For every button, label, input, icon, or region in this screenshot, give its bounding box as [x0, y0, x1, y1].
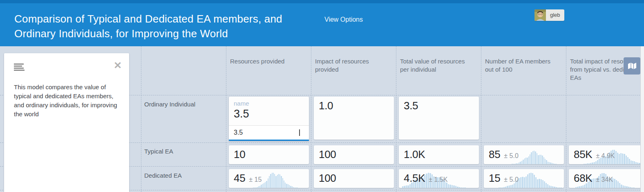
grid-vline [226, 46, 226, 192]
column-header-impact-of-resources[interactable]: Impact of resources provided [315, 57, 388, 74]
metric-value: 10 [234, 148, 245, 161]
metric-error: ± 4.9K [596, 152, 615, 160]
grid-vline [481, 46, 481, 192]
metric-cell-editing[interactable]: 3.5 [229, 97, 309, 141]
metric-value-display: 3.5 [229, 107, 309, 120]
metric-error: ± 1.5K [429, 176, 447, 183]
metric-value: 4.5K [404, 172, 425, 185]
user-chip[interactable]: gleb [534, 9, 564, 21]
metric-value: 45 [234, 172, 245, 185]
app-header: Comparison of Typical and Dedicated EA m… [0, 0, 644, 46]
column-header-number-of-ea-members[interactable]: Number of EA members out of 100 [485, 57, 558, 74]
grid-vline [141, 46, 141, 192]
user-avatar [534, 9, 546, 21]
metric-cell-typical-members[interactable]: 85± 5.0 [484, 145, 564, 164]
metric-value: 1.0K [404, 148, 425, 161]
vertical-scrollbar[interactable] [640, 46, 644, 192]
close-icon[interactable]: ✕ [114, 61, 122, 70]
text-caret [299, 129, 300, 136]
header-top-strip [0, 0, 644, 3]
metric-cell-ordinary-impact[interactable]: 1.0 [314, 97, 394, 140]
metric-cell-dedicated-total-value[interactable]: 4.5K± 1.5K [399, 169, 479, 188]
metric-value: 85K [574, 148, 592, 161]
metric-cell-typical-resources[interactable]: 10 [229, 145, 309, 164]
metric-cell-dedicated-impact[interactable]: 100 [314, 169, 394, 188]
metric-cell-dedicated-total-impact[interactable]: 68K± 34K [569, 169, 644, 188]
map-view-button[interactable] [624, 57, 640, 75]
metric-cell-typical-total-impact[interactable]: 85K± 4.9K [569, 145, 644, 164]
row-header-ordinary-individual[interactable]: Ordinary Individual [144, 101, 195, 108]
selection-underline [229, 140, 309, 141]
metric-cell-typical-impact[interactable]: 100 [314, 145, 394, 164]
distribution-input-row[interactable] [229, 126, 309, 140]
grid-vline [566, 46, 566, 192]
description-lines-icon [14, 63, 25, 70]
metric-value: 68K [574, 172, 592, 185]
metric-error: ± 5.0 [504, 152, 518, 160]
username-label: gleb [546, 9, 564, 21]
metric-value: 15 [489, 172, 500, 185]
metric-name-input[interactable] [234, 100, 303, 107]
view-options-button[interactable]: View Options [324, 16, 363, 23]
distribution-input[interactable] [234, 126, 287, 140]
grid-vline [396, 46, 396, 192]
model-description-card: ✕ This model compares the value of typic… [4, 53, 129, 192]
model-title: Comparison of Typical and Dedicated EA m… [14, 11, 296, 41]
map-icon [628, 62, 637, 70]
column-header-total-value[interactable]: Total value of resources per individual [400, 57, 473, 74]
row-header-typical-ea[interactable]: Typical EA [144, 148, 173, 155]
metric-cell-dedicated-resources[interactable]: 45± 15 [229, 169, 309, 188]
row-header-dedicated-ea[interactable]: Dedicated EA [144, 172, 182, 179]
column-header-resources-provided[interactable]: Resources provided [230, 57, 303, 66]
metric-value: 100 [319, 172, 336, 185]
metric-value: 100 [319, 148, 336, 161]
metric-value: 85 [489, 148, 500, 161]
metric-error: ± 5.0 [504, 176, 518, 183]
metric-error: ± 15 [249, 176, 262, 183]
metric-value: 3.5 [404, 99, 418, 112]
metric-cell-dedicated-members[interactable]: 15± 5.0 [484, 169, 564, 188]
metric-error: ± 34K [596, 176, 613, 183]
metric-value: 1.0 [319, 99, 333, 112]
metric-cell-ordinary-total-value[interactable]: 3.5 [399, 97, 479, 140]
grid-vline [311, 46, 311, 192]
metric-cell-typical-total-value[interactable]: 1.0K [399, 145, 479, 164]
model-description-text: This model compares the value of typical… [14, 83, 121, 119]
